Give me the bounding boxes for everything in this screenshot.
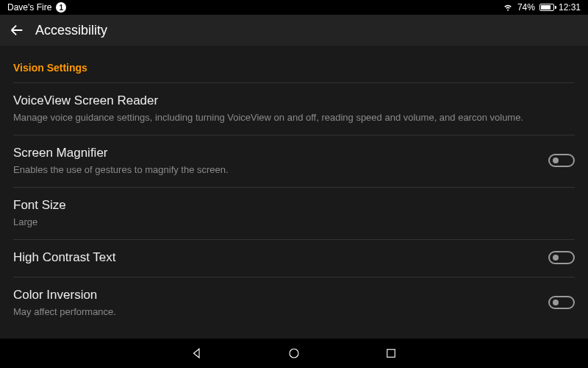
row-title: Font Size (13, 197, 575, 214)
battery-icon (539, 4, 554, 11)
page-title: Accessibility (35, 23, 107, 38)
toggle-high-contrast[interactable] (548, 251, 575, 264)
battery-percent: 74% (517, 2, 535, 13)
status-bar: Dave's Fire 1 74% 12:31 (0, 0, 588, 15)
back-button[interactable] (9, 22, 25, 38)
section-header-vision: Vision Settings (13, 46, 575, 82)
device-name: Dave's Fire (7, 2, 51, 13)
status-right: 74% 12:31 (503, 1, 581, 14)
nav-recent-button[interactable] (383, 345, 399, 361)
svg-point-0 (290, 349, 298, 358)
row-subtitle: Large (13, 216, 575, 229)
settings-content[interactable]: Vision Settings VoiceView Screen Reader … (0, 46, 588, 339)
row-high-contrast-text[interactable]: High Contrast Text (13, 239, 575, 277)
status-left: Dave's Fire 1 (7, 2, 66, 13)
row-title: Screen Magnifier (13, 144, 534, 162)
row-title: VoiceView Screen Reader (13, 92, 575, 110)
wifi-icon (503, 1, 513, 14)
row-title: High Contrast Text (13, 249, 534, 266)
row-font-size[interactable]: Font Size Large (13, 187, 575, 239)
nav-bar (0, 339, 588, 368)
row-subtitle: Manage voice guidance settings, includin… (13, 111, 575, 124)
row-subtitle: Enables the use of gestures to magnify t… (13, 163, 534, 177)
notification-badge[interactable]: 1 (56, 2, 66, 13)
toggle-color-inversion[interactable] (548, 296, 575, 309)
svg-rect-1 (387, 350, 395, 358)
nav-back-button[interactable] (189, 345, 205, 361)
row-title: Color Inversion (13, 286, 534, 304)
row-subtitle: May affect performance. (13, 305, 534, 319)
app-bar: Accessibility (0, 15, 588, 46)
row-screen-magnifier[interactable]: Screen Magnifier Enables the use of gest… (13, 135, 575, 187)
clock: 12:31 (559, 2, 581, 13)
row-voiceview[interactable]: VoiceView Screen Reader Manage voice gui… (13, 82, 575, 135)
toggle-screen-magnifier[interactable] (548, 154, 575, 167)
nav-home-button[interactable] (286, 345, 302, 361)
row-color-inversion[interactable]: Color Inversion May affect performance. (13, 277, 575, 329)
